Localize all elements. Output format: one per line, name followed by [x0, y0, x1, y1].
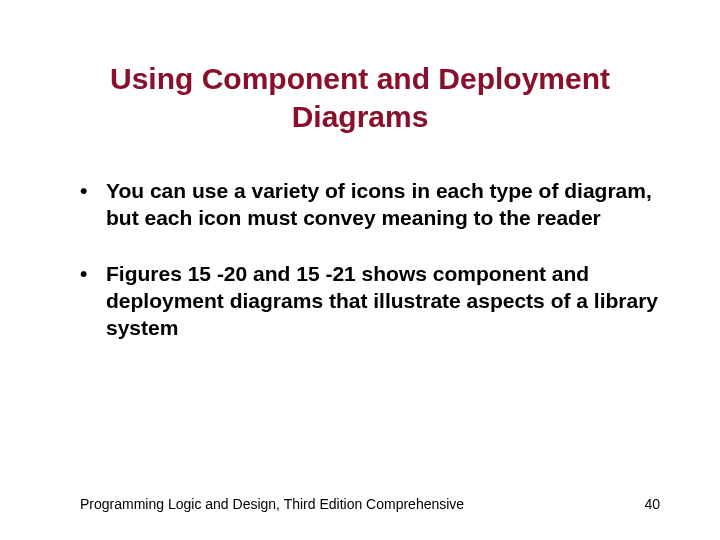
slide-title: Using Component and Deployment Diagrams: [60, 60, 660, 135]
page-number: 40: [644, 496, 660, 512]
slide: Using Component and Deployment Diagrams …: [0, 0, 720, 540]
slide-footer: Programming Logic and Design, Third Edit…: [80, 496, 660, 512]
list-item: You can use a variety of icons in each t…: [80, 177, 660, 232]
footer-text: Programming Logic and Design, Third Edit…: [80, 496, 464, 512]
list-item: Figures 15 -20 and 15 -21 shows componen…: [80, 260, 660, 342]
bullet-list: You can use a variety of icons in each t…: [60, 177, 660, 341]
